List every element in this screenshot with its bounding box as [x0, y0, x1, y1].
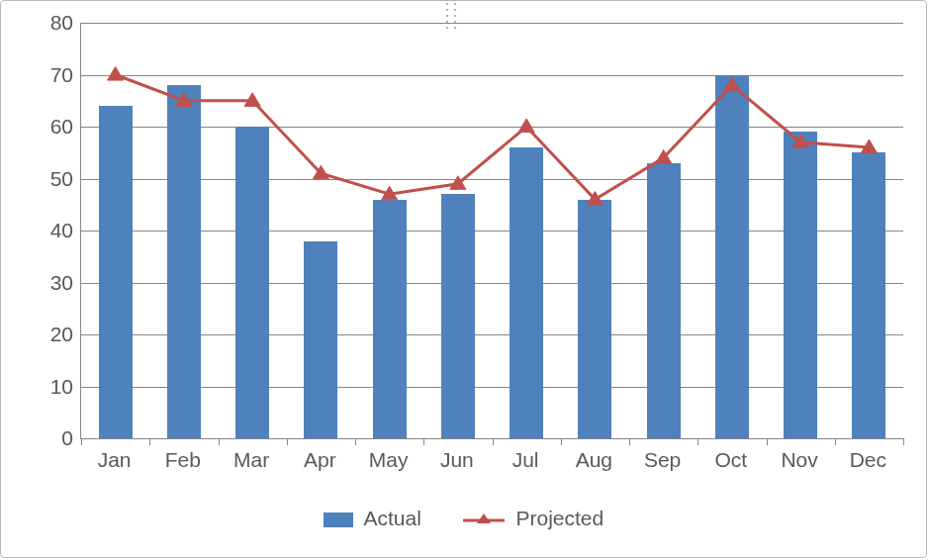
- triangle-marker-icon: [724, 77, 740, 91]
- legend: Actual Projected: [1, 506, 926, 530]
- plot-area: [80, 23, 903, 439]
- y-tick-label: 60: [24, 115, 73, 139]
- y-tick-label: 10: [24, 375, 73, 399]
- legend-label-projected: Projected: [516, 507, 604, 529]
- y-tick-label: 30: [24, 271, 73, 295]
- x-tick-label: Mar: [233, 448, 269, 472]
- y-tick-label: 40: [24, 219, 73, 242]
- x-tick-label: May: [369, 448, 409, 472]
- drag-handle-icon: [444, 0, 484, 5]
- triangle-marker-icon: [518, 119, 534, 133]
- chart-frame: 01020304050607080 JanFebMarAprMayJunJulA…: [0, 0, 927, 558]
- y-tick-label: 50: [24, 167, 73, 191]
- legend-label-actual: Actual: [363, 507, 420, 529]
- y-tick-label: 70: [24, 63, 73, 87]
- x-tick-label: Feb: [165, 448, 201, 472]
- y-tick-label: 80: [24, 11, 73, 35]
- svg-marker-1: [477, 513, 491, 523]
- bar-swatch-icon: [324, 513, 353, 527]
- x-tick-label: Aug: [576, 448, 612, 472]
- x-tick-label: Nov: [781, 448, 817, 472]
- x-tick-label: Oct: [715, 448, 748, 472]
- x-tick-label: Sep: [644, 448, 681, 472]
- line-series: [81, 23, 903, 438]
- x-tick-label: Dec: [850, 448, 886, 472]
- x-tick-label: Jul: [512, 448, 539, 472]
- x-tick-label: Apr: [304, 448, 336, 472]
- x-tick-label: Jun: [440, 448, 474, 472]
- y-tick-label: 20: [24, 323, 73, 346]
- x-tick-label: Jan: [98, 448, 132, 472]
- legend-item-actual: Actual: [324, 507, 421, 530]
- y-tick-label: 0: [24, 426, 73, 450]
- line-swatch-icon: [463, 512, 505, 529]
- legend-item-projected: Projected: [463, 507, 604, 530]
- triangle-marker-icon: [108, 67, 124, 81]
